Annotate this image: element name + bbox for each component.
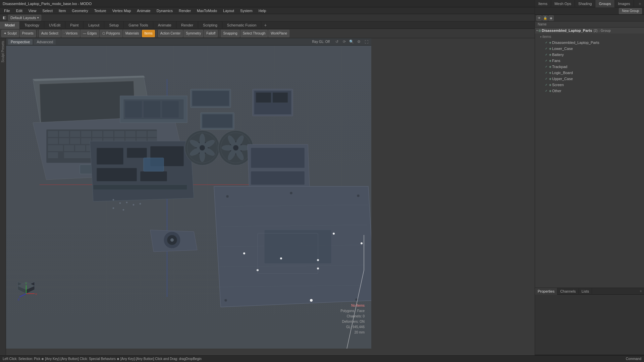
svg-rect-52	[64, 145, 74, 151]
svg-rect-31	[48, 131, 58, 137]
toolbar-btn-materials[interactable]: Materials	[123, 30, 142, 37]
mode-tab-render[interactable]: Render	[176, 21, 198, 29]
prop-tab-channels[interactable]: Channels	[557, 288, 579, 295]
mode-tab-scripting[interactable]: Scripting	[198, 21, 222, 29]
viewport-header-right: Ray GL: Off ↺ ⟳ 🔍 ⚙ ⛶	[312, 39, 369, 45]
menu-item-system[interactable]: System	[237, 8, 255, 13]
menu-item-vertex map[interactable]: Vertex Map	[110, 8, 134, 13]
panel-tabs: ItemsMesh OpsShadingGroupsImages+	[535, 0, 644, 7]
toolbar-btn-falloff[interactable]: Falloff	[204, 30, 218, 37]
menu-item-layout[interactable]: Layout	[220, 8, 237, 13]
group-tree-eye-btn[interactable]: 👁	[536, 15, 542, 21]
svg-rect-36	[103, 131, 113, 137]
viewport-icon-2[interactable]: ⟳	[341, 39, 347, 45]
toolbar-btn-edges[interactable]: —Edges	[80, 30, 99, 37]
prop-tab-lists[interactable]: Lists	[579, 288, 592, 295]
group-name-header: Name	[535, 21, 644, 27]
new-group-button[interactable]: New Group	[619, 8, 642, 14]
menu-item-texture[interactable]: Texture	[92, 8, 109, 13]
toolbar-btn-auto-select[interactable]: Auto Select	[39, 30, 61, 37]
svg-rect-114	[264, 230, 331, 263]
toolbar-btn-vertices[interactable]: ·Vertices	[61, 30, 80, 37]
properties-panel: PropertiesChannelsLists+	[535, 288, 644, 355]
svg-rect-32	[59, 131, 69, 137]
polygons-info: Polygons : Face	[340, 308, 365, 314]
group-tree-item-screen[interactable]: ✓◈Screen	[535, 82, 644, 88]
toolbar-btn-action-center[interactable]: Action Center	[158, 30, 183, 37]
svg-point-99	[233, 145, 238, 150]
toolbar-btn-workplane[interactable]: WorkPlane	[268, 30, 289, 37]
svg-point-134	[123, 209, 124, 210]
toolbar-btn-symmetry[interactable]: Symmetry	[183, 30, 203, 37]
menu-item-geometry[interactable]: Geometry	[69, 8, 91, 13]
menu-item-file[interactable]: File	[1, 8, 13, 13]
mode-tab-animate[interactable]: Animate	[153, 21, 176, 29]
group-tree-lock-btn[interactable]: 🔒	[542, 15, 548, 21]
mode-tab-model[interactable]: Model	[0, 21, 20, 29]
svg-rect-41	[48, 138, 58, 144]
group-tree-item-other[interactable]: ✓◈Other	[535, 88, 644, 94]
mode-tab-schematic-fusion[interactable]: Schematic Fusion	[222, 21, 261, 29]
viewport-3d[interactable]: X Y Z No Items Polygons : Face Channels:…	[6, 46, 371, 349]
viewport-tab-perspective[interactable]: Perspective	[8, 39, 33, 45]
panel-tab-shading[interactable]: Shading	[575, 0, 595, 7]
menu-item-edit[interactable]: Edit	[13, 8, 25, 13]
svg-point-122	[361, 242, 363, 244]
group-tree-render-btn[interactable]: ◉	[548, 15, 554, 21]
menu-item-select[interactable]: Select	[40, 8, 55, 13]
viewport-zoom-icon[interactable]: 🔍	[348, 39, 355, 45]
panel-tab-mesh-ops[interactable]: Mesh Ops	[551, 0, 575, 7]
viewport-settings-icon[interactable]: ⚙	[356, 39, 362, 45]
toolbar-btn-sculpt[interactable]: ✦Sculpt	[1, 30, 19, 37]
mode-tab-layout[interactable]: Layout	[84, 21, 104, 29]
toolbar-btn-select-through[interactable]: Select Through	[240, 30, 268, 37]
svg-rect-37	[114, 131, 124, 137]
viewport-tab-advanced[interactable]: Advanced	[34, 39, 56, 45]
svg-rect-79	[202, 114, 232, 128]
prop-tab-properties[interactable]: Properties	[535, 288, 557, 295]
group-tree-root[interactable]: ▾◎Disassembled_Laptop_Parts(2) : Group	[535, 27, 644, 34]
menu-item-animate[interactable]: Animate	[134, 8, 153, 13]
toolbar-btn-snapping[interactable]: Snapping	[221, 30, 239, 37]
group-tree-item-logic_board[interactable]: ✓◈Logic_Board	[535, 70, 644, 76]
mode-tab-paint[interactable]: Paint	[65, 21, 84, 29]
panel-tab-items[interactable]: Items	[535, 0, 551, 7]
properties-tabs: PropertiesChannelsLists+	[535, 288, 644, 295]
menu-item-item[interactable]: Item	[56, 8, 68, 13]
mode-tab-game-tools[interactable]: Game Tools	[124, 21, 153, 29]
layout-dropdown[interactable]: Default Layouts	[8, 15, 41, 21]
panel-tab-add[interactable]: +	[636, 0, 644, 7]
toolbar-btn-items[interactable]: Items	[142, 30, 155, 37]
mode-tab-topology[interactable]: Topology	[20, 21, 44, 29]
toolbar-btn-presets[interactable]: Presets	[20, 30, 36, 37]
toolbar-btn-polygons[interactable]: ⬡Polygons	[100, 30, 122, 37]
group-tree-item-mesh_items[interactable]: ▸items	[535, 34, 644, 40]
menu-item-maxtomodo[interactable]: MaxToModo	[194, 8, 220, 13]
ray-gl-status: Ray GL: Off	[312, 40, 330, 44]
group-tree-item-trackpad[interactable]: ✓◈Trackpad	[535, 64, 644, 70]
group-tree: ▾◎Disassembled_Laptop_Parts(2) : Group▸i…	[535, 27, 644, 288]
group-tree-item-fans[interactable]: ✓◈Fans	[535, 58, 644, 64]
mode-tab-uvedit[interactable]: UVEdit	[44, 21, 65, 29]
gl-info: GL: 945,446	[340, 324, 365, 330]
prop-tab-add[interactable]: +	[638, 288, 644, 295]
menu-item-view[interactable]: View	[26, 8, 39, 13]
group-tree-toolbar: 👁 🔒 ◉	[535, 15, 644, 21]
group-tree-item-upper_case[interactable]: ✓◈Upper_Case	[535, 76, 644, 82]
sculpt-presets-label[interactable]: Sculpt Presets	[1, 41, 5, 62]
viewport-icon-1[interactable]: ↺	[334, 39, 340, 45]
viewport-expand-icon[interactable]: ⛶	[363, 39, 369, 45]
panel-tab-groups[interactable]: Groups	[595, 0, 614, 7]
menu-item-render[interactable]: Render	[176, 8, 194, 13]
menu-item-dynamics[interactable]: Dynamics	[154, 8, 175, 13]
group-tree-item-lower_case[interactable]: ✓◈Lower_Case	[535, 46, 644, 52]
svg-rect-68	[140, 171, 167, 181]
menu-item-help[interactable]: Help	[256, 8, 269, 13]
mode-tab-add[interactable]: +	[261, 22, 269, 28]
group-tree-item-disassembled[interactable]: ✓◈Disassembled_Laptop_Parts	[535, 40, 644, 46]
panel-tab-images[interactable]: Images	[615, 0, 634, 7]
group-tree-item-battery[interactable]: ✓◈Battery	[535, 52, 644, 58]
mode-tab-setup[interactable]: Setup	[104, 21, 124, 29]
svg-point-128	[113, 199, 114, 200]
svg-rect-77	[192, 91, 229, 106]
